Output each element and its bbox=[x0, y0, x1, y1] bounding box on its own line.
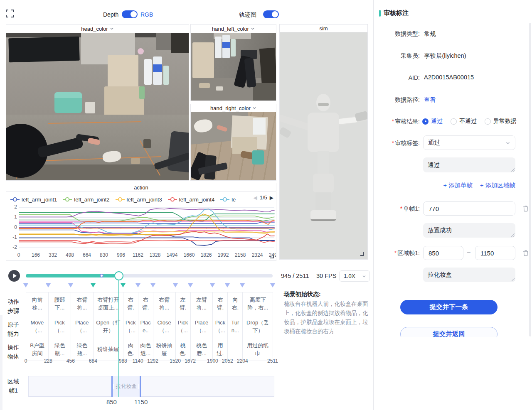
submit-next-button[interactable]: 提交并下一条 bbox=[400, 300, 498, 314]
timeline-marker[interactable] bbox=[240, 283, 245, 287]
progress-handle[interactable] bbox=[114, 271, 123, 280]
table-cell[interactable]: 粉饼抽屉 bbox=[153, 338, 176, 361]
sim-viewport[interactable] bbox=[280, 32, 367, 259]
depth-rgb-toggle[interactable] bbox=[122, 10, 138, 18]
table-cell[interactable]: 用过的纸巾 bbox=[242, 338, 273, 361]
segment-handle[interactable] bbox=[138, 384, 139, 389]
review-tag-label: 审核标签: bbox=[395, 140, 420, 146]
trajectory-toggle[interactable] bbox=[263, 10, 279, 18]
single-frame-input[interactable]: 770 bbox=[423, 201, 515, 216]
table-cell[interactable]: 左臂. bbox=[175, 292, 191, 315]
hand-right-camera-image bbox=[191, 112, 276, 180]
speed-select[interactable]: 1.0X bbox=[339, 270, 370, 282]
table-cell[interactable]: Drop（丢下） bbox=[242, 315, 273, 338]
table-cell[interactable]: Close（... bbox=[153, 315, 176, 338]
chart-plot[interactable] bbox=[19, 204, 275, 252]
table-cell[interactable]: 肉色透... bbox=[138, 338, 153, 361]
table-cell[interactable]: Turn... bbox=[227, 315, 243, 338]
table-cell[interactable]: 用过. bbox=[212, 338, 228, 361]
region-start-input[interactable]: 850 bbox=[423, 246, 463, 260]
review-tag-select[interactable]: 通过 bbox=[423, 135, 515, 150]
fullscreen-icon[interactable] bbox=[6, 10, 14, 17]
head-camera-panel: head_color bbox=[6, 24, 189, 181]
table-cell[interactable]: Pick（... bbox=[212, 315, 228, 338]
photo-shape bbox=[192, 42, 214, 78]
table-cell[interactable]: 高度下降，右... bbox=[242, 292, 273, 315]
legend-prev-icon[interactable]: ◀ bbox=[253, 195, 257, 201]
legend-item[interactable]: left_arm_joint3 bbox=[116, 196, 162, 203]
timeline-marker[interactable] bbox=[91, 283, 96, 287]
table-cell[interactable]: 右臂. bbox=[138, 292, 153, 315]
app-root: Depth RGB 轨迹图 head_color bbox=[0, 0, 532, 410]
timeline-marker[interactable] bbox=[173, 283, 178, 287]
timeline-marker[interactable] bbox=[121, 283, 126, 287]
delete-single-frame-icon[interactable] bbox=[522, 205, 530, 212]
required-mark: * bbox=[392, 140, 394, 146]
legend-item[interactable]: left_arm_joint4 bbox=[168, 196, 214, 203]
hand-right-camera-header[interactable]: hand_right_color bbox=[191, 104, 276, 112]
review-result-radio-0[interactable]: 通过 bbox=[422, 118, 443, 125]
progress-track[interactable] bbox=[26, 274, 273, 277]
timeline-marker[interactable] bbox=[225, 283, 230, 287]
legend-item[interactable]: le bbox=[220, 196, 236, 203]
play-button[interactable] bbox=[8, 270, 20, 282]
table-cell[interactable]: Place（... bbox=[190, 315, 213, 338]
panel-scrollbar[interactable] bbox=[529, 23, 531, 336]
legend-label: left_arm_joint3 bbox=[127, 196, 162, 203]
chart-y-tick-label: -1 bbox=[7, 234, 17, 240]
table-cell[interactable]: 腰部下... bbox=[48, 292, 71, 315]
timeline-marker[interactable] bbox=[270, 283, 275, 287]
timeline-marker[interactable] bbox=[23, 283, 28, 287]
table-cell[interactable]: 桃色唇... bbox=[190, 338, 213, 361]
head-camera-header[interactable]: head_color bbox=[6, 25, 189, 33]
table-cell[interactable]: Move（... bbox=[26, 315, 49, 338]
legend-item[interactable]: left_arm_joint1 bbox=[10, 196, 57, 203]
region-frame-bar[interactable] bbox=[28, 376, 274, 397]
table-cell[interactable]: Place.. bbox=[138, 315, 153, 338]
single-frame-note-textarea[interactable]: 放置成功 bbox=[423, 223, 515, 238]
table-cell[interactable]: Place（... bbox=[71, 315, 94, 338]
table-cell[interactable]: Pick（... bbox=[175, 315, 191, 338]
legend-next-icon[interactable]: ▶ bbox=[270, 195, 273, 201]
review-result-radio-2[interactable]: 异常数据 bbox=[485, 118, 517, 125]
row-label-region-frame: 区域帧1 bbox=[6, 377, 21, 395]
table-cell[interactable]: 右臂. bbox=[123, 292, 138, 315]
table-cell[interactable]: 向右. bbox=[227, 292, 243, 315]
legend-item[interactable]: left_arm_joint2 bbox=[63, 196, 109, 203]
hand-left-camera-header[interactable]: hand_left_color bbox=[191, 25, 276, 33]
table-cell[interactable]: Pick（... bbox=[123, 315, 138, 338]
table-cell[interactable]: 绿色瓶... bbox=[48, 338, 71, 361]
table-cell[interactable]: Pick（... bbox=[48, 315, 71, 338]
photo-shape bbox=[171, 33, 189, 53]
resize-handle-icon[interactable] bbox=[360, 252, 364, 256]
table-cell[interactable]: 右臂. bbox=[212, 292, 228, 315]
add-region-frame-button[interactable]: + 添加区域帧 bbox=[480, 182, 515, 189]
table-cell[interactable]: 右臂将... bbox=[71, 292, 94, 315]
table-cell[interactable]: 左臂将... bbox=[190, 292, 213, 315]
robot-arm-shape bbox=[167, 131, 189, 173]
table-cell[interactable]: 向前移... bbox=[26, 292, 49, 315]
timeline-marker[interactable] bbox=[46, 283, 51, 287]
add-single-frame-button[interactable]: + 添加单帧 bbox=[443, 182, 473, 189]
timeline-marker[interactable] bbox=[188, 283, 193, 287]
timeline-marker[interactable] bbox=[135, 283, 140, 287]
playhead-line[interactable] bbox=[118, 278, 119, 397]
delete-region-frame-icon[interactable] bbox=[522, 249, 530, 257]
region-end-input[interactable]: 1150 bbox=[475, 246, 515, 260]
table-cell[interactable]: 桃色. bbox=[175, 338, 191, 361]
region-frame-note-textarea[interactable]: 拉化妆盒 bbox=[423, 268, 515, 282]
region-frame-segment[interactable]: 拉化妆盒 bbox=[111, 376, 141, 397]
segment-handle[interactable] bbox=[113, 384, 114, 389]
review-result-radio-1[interactable]: 不通过 bbox=[451, 118, 477, 125]
submit-back-button[interactable]: 提交并返回 bbox=[400, 327, 498, 337]
table-cell[interactable]: B户型房间 bbox=[26, 338, 49, 361]
table-cell[interactable]: 绿色瓶... bbox=[71, 338, 94, 361]
table-cell[interactable]: 右臂将... bbox=[153, 292, 176, 315]
timeline-marker[interactable] bbox=[150, 283, 155, 287]
timeline-marker[interactable] bbox=[210, 283, 215, 287]
review-tag-note-textarea[interactable]: 通过 bbox=[423, 157, 515, 172]
timeline-marker[interactable] bbox=[68, 283, 73, 287]
view-link[interactable]: 查看 bbox=[424, 96, 436, 104]
table-cell[interactable] bbox=[227, 338, 243, 361]
table-cell[interactable]: 肉色. bbox=[123, 338, 138, 361]
